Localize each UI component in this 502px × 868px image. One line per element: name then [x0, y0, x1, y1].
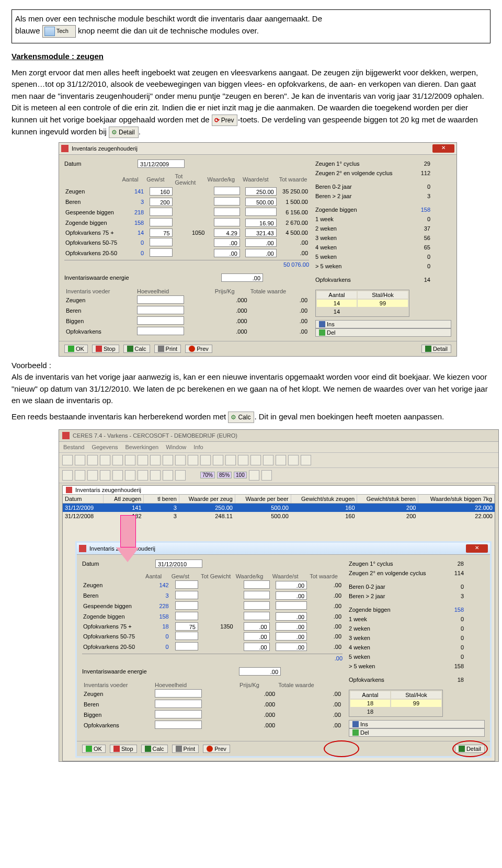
ins-button[interactable]: Ins — [315, 320, 451, 328]
table-row: Opfokvarkens .000 .00 — [64, 326, 309, 337]
toolbar-icon[interactable] — [200, 455, 211, 465]
toolbar-icon[interactable] — [100, 470, 110, 481]
toolbar-icon[interactable] — [62, 455, 73, 465]
toolbar-icon[interactable] — [249, 470, 259, 481]
table-row: Beren 3 200 500.00 1 500.00 — [64, 197, 309, 207]
toolbar-icon[interactable] — [150, 470, 161, 481]
calc-button[interactable]: Calc — [123, 345, 150, 353]
calc-button-inline[interactable]: Calc — [228, 412, 254, 423]
menu-item[interactable]: Bewerkingen — [126, 444, 159, 450]
ins-button[interactable]: Ins — [349, 720, 485, 728]
date-input[interactable]: 31/12/2009 — [138, 159, 185, 168]
detail-button[interactable]: Detail — [421, 345, 451, 353]
menu-bar: BestandGegevensBewerkingenWindowInfo — [59, 442, 498, 453]
stat-value: 14 — [404, 277, 430, 283]
toolbar-icon[interactable] — [112, 470, 123, 481]
ok-button[interactable]: OK — [64, 345, 88, 353]
box-text: Als men over een technische module besch… — [15, 14, 322, 23]
prev-button-inline[interactable]: Prev — [212, 115, 238, 126]
toolbar-icon[interactable] — [150, 455, 161, 465]
zoom-pct[interactable]: 70% — [200, 472, 215, 478]
date-input[interactable]: 31/12/2010 — [155, 559, 202, 568]
toolbar-icon[interactable] — [188, 455, 198, 465]
dialog-titlebar: Inventaris zeugenhouderij ✕ — [59, 143, 457, 155]
stat-value: 158 — [438, 607, 464, 613]
toolbar-icon[interactable] — [163, 455, 173, 465]
print-button[interactable]: Print — [154, 345, 181, 353]
toolbar-icon[interactable] — [250, 455, 261, 465]
voeder-table: Inventaris voederHoeveelheidPrijs/KgTota… — [64, 288, 309, 337]
toolbar-icon[interactable] — [276, 455, 286, 465]
stop-button[interactable]: Stop — [92, 345, 119, 353]
toolbar-icon[interactable] — [75, 455, 85, 465]
table-row: Beren .000 .00 — [82, 699, 343, 710]
stat-value: 158 — [404, 207, 430, 213]
toolbar-icon[interactable] — [62, 470, 73, 481]
toolbar-icon[interactable] — [112, 455, 123, 465]
highlight-circle — [452, 740, 488, 757]
app-window: CERES 7.4 - Varkens - CERCOSOFT - DEMOBE… — [59, 429, 499, 762]
toolbar-icon[interactable] — [261, 470, 272, 481]
toolbar-icon[interactable] — [263, 455, 273, 465]
table-row: Opfokvarkens 20-50 0 .00 .00 .00 — [82, 642, 343, 652]
stat-label: 5 weken — [349, 654, 438, 660]
energy-input[interactable]: .00 — [221, 273, 263, 282]
toolbar-icon[interactable] — [301, 455, 311, 465]
close-icon[interactable]: ✕ — [432, 144, 454, 153]
zoom-pct[interactable]: 85% — [217, 472, 232, 478]
toolbar-icon[interactable] — [87, 470, 98, 481]
list-row[interactable]: 31/12/20091413 250.00500.00160 20022.000 — [63, 504, 495, 512]
ok-button[interactable]: OK — [82, 745, 106, 753]
toolbar-icon[interactable] — [138, 470, 148, 481]
opfok-table: AantalStal/Hok 1499 14 — [315, 290, 409, 317]
main-table: AantalGew/stTot GewichtWaarde/kgWaarde/s… — [82, 573, 343, 652]
print-button[interactable]: Print — [172, 745, 199, 753]
stat-value: 0 — [404, 263, 430, 269]
toolbar-icon[interactable] — [125, 455, 135, 465]
table-row: Opfokvarkens 20-50 0 .00 .00 .00 — [64, 248, 309, 258]
table-row: Gespeende biggen 218 6 156.00 — [64, 207, 309, 218]
menu-item[interactable]: Gegevens — [92, 444, 118, 450]
stat-label: 1 week — [315, 216, 404, 222]
stop-button[interactable]: Stop — [110, 745, 137, 753]
stat-value: 0 — [438, 654, 464, 660]
calc-button[interactable]: Calc — [141, 745, 168, 753]
detail-button-inline[interactable]: Detail — [109, 127, 139, 138]
total-value: .00 — [82, 654, 343, 661]
toolbar-icon[interactable] — [138, 455, 148, 465]
stat-value: 18 — [438, 677, 464, 683]
stat-label: 2 weken — [349, 625, 438, 632]
stat-value: 0 — [404, 254, 430, 260]
menu-item[interactable]: Info — [193, 444, 203, 450]
toolbar-icon[interactable] — [288, 455, 299, 465]
toolbar-icon[interactable] — [175, 470, 186, 481]
energy-input[interactable]: .00 — [239, 667, 281, 676]
toolbar-icon[interactable] — [163, 470, 173, 481]
stat-value: 29 — [404, 161, 430, 167]
app-icon — [61, 145, 69, 152]
toolbar-icon[interactable] — [75, 470, 85, 481]
del-button[interactable]: Del — [349, 728, 485, 737]
table-row: Opfokvarkens 75 + 18 75 1350 .00 .00 .00 — [82, 622, 343, 631]
prev-button[interactable]: Prev — [203, 745, 230, 753]
table-row: Zeugen 142 .00 .00 — [82, 580, 343, 590]
tech-button[interactable]: Tech — [42, 25, 76, 38]
toolbar-icon[interactable] — [125, 470, 135, 481]
toolbar-icon[interactable] — [175, 455, 186, 465]
stat-label: 3 weken — [349, 635, 438, 641]
toolbar-icon[interactable] — [100, 455, 110, 465]
window-icon — [66, 487, 72, 493]
prev-button[interactable]: Prev — [185, 345, 212, 353]
table-row: Zogende biggen 158 16.90 2 670.00 — [64, 218, 309, 228]
toolbar-icon[interactable] — [238, 455, 248, 465]
toolbar-icon[interactable] — [225, 455, 236, 465]
close-icon[interactable]: ✕ — [466, 544, 488, 553]
button-row: OK Stop Calc Print Prev Detail — [77, 741, 490, 756]
toolbar-icon[interactable] — [87, 455, 98, 465]
zoom-pct[interactable]: 100 — [234, 472, 247, 478]
toolbar-icon[interactable] — [213, 455, 223, 465]
menu-item[interactable]: Bestand — [63, 444, 84, 450]
del-button[interactable]: Del — [315, 328, 451, 337]
energy-label: Inventariswaarde energie — [64, 275, 221, 281]
menu-item[interactable]: Window — [166, 444, 186, 450]
